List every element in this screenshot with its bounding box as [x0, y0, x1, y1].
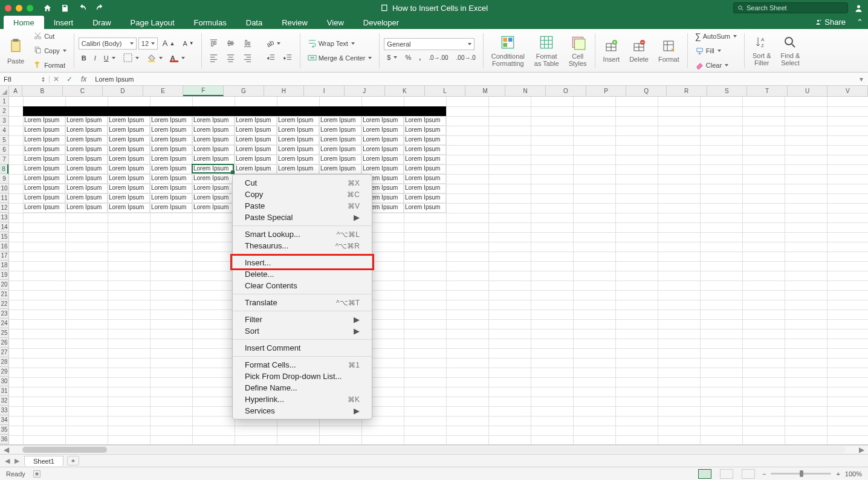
- zoom-level[interactable]: 100%: [845, 470, 862, 478]
- cell-C4[interactable]: Lorem Ipsum: [65, 126, 108, 135]
- ribbon-tab-draw[interactable]: Draw: [83, 16, 120, 29]
- add-sheet-button[interactable]: +: [67, 456, 79, 465]
- cell-F7[interactable]: Lorem Ipsum: [192, 155, 235, 164]
- minimize-icon[interactable]: [16, 5, 22, 11]
- menu-define-name[interactable]: Define Name...: [233, 382, 372, 394]
- cell-styles-button[interactable]: Cell Styles: [565, 33, 591, 69]
- cell-H6[interactable]: Lorem Ipsum: [277, 145, 319, 155]
- cell-G4[interactable]: Lorem Ipsum: [235, 126, 277, 135]
- share-button[interactable]: +Share: [808, 15, 852, 29]
- col-header-U[interactable]: U: [788, 86, 828, 96]
- cell-I5[interactable]: Lorem Ipsum: [319, 135, 361, 145]
- cell-B4[interactable]: Lorem Ipsum: [23, 126, 65, 135]
- fill-button[interactable]: Fill: [692, 45, 740, 57]
- cell-H7[interactable]: Lorem Ipsum: [277, 155, 319, 164]
- cell-B6[interactable]: Lorem Ipsum: [23, 145, 65, 155]
- insert-button[interactable]: Insert: [600, 37, 624, 65]
- cell-K5[interactable]: Lorem Ipsum: [404, 135, 446, 145]
- row-header-11[interactable]: 11: [0, 193, 8, 203]
- cell-F12[interactable]: Lorem Ipsum: [192, 203, 235, 213]
- row-header-12[interactable]: 12: [0, 203, 8, 213]
- col-header-K[interactable]: K: [385, 86, 426, 96]
- row-header-13[interactable]: 13: [0, 213, 8, 222]
- align-right-button[interactable]: [240, 51, 255, 64]
- row-header-21[interactable]: 21: [0, 290, 8, 299]
- cell-K4[interactable]: Lorem Ipsum: [404, 126, 446, 135]
- row-header-36[interactable]: 36: [0, 435, 8, 444]
- autosum-button[interactable]: ∑AutoSum: [692, 30, 740, 43]
- align-top-button[interactable]: [206, 37, 221, 50]
- grid[interactable]: ABCDEFGHIJKLMNOPQRSTUV 12345678910111213…: [0, 86, 868, 445]
- row-header-6[interactable]: 6: [0, 145, 8, 155]
- row-header-22[interactable]: 22: [0, 299, 8, 309]
- align-center-button[interactable]: [223, 51, 238, 64]
- col-header-E[interactable]: E: [143, 86, 184, 96]
- cell-E10[interactable]: Lorem Ipsum: [150, 184, 192, 193]
- cell-H3[interactable]: Lorem Ipsum: [277, 116, 319, 126]
- cell-F4[interactable]: Lorem Ipsum: [192, 126, 235, 135]
- menu-hyperlink[interactable]: Hyperlink...⌘K: [233, 394, 372, 405]
- cell-H5[interactable]: Lorem Ipsum: [277, 135, 319, 145]
- ribbon-tab-home[interactable]: Home: [4, 16, 44, 29]
- page-layout-view-button[interactable]: [720, 469, 733, 479]
- row-header-34[interactable]: 34: [0, 415, 8, 425]
- cut-button[interactable]: Cut: [30, 30, 70, 42]
- row-header-23[interactable]: 23: [0, 309, 8, 319]
- cell-B5[interactable]: Lorem Ipsum: [23, 135, 65, 145]
- expand-formula-icon[interactable]: ▾: [855, 75, 868, 83]
- ribbon-tab-page-layout[interactable]: Page Layout: [121, 16, 184, 29]
- indent-decrease-button[interactable]: [264, 51, 279, 64]
- paste-button[interactable]: Paste: [7, 57, 24, 65]
- col-header-Q[interactable]: Q: [626, 86, 667, 96]
- format-as-table-button[interactable]: Format as Table: [531, 33, 563, 69]
- row-header-31[interactable]: 31: [0, 386, 8, 396]
- comma-button[interactable]: ,: [416, 52, 424, 63]
- row-header-15[interactable]: 15: [0, 232, 8, 242]
- col-header-F[interactable]: F: [183, 86, 224, 96]
- cell-E4[interactable]: Lorem Ipsum: [150, 126, 192, 135]
- cell-D6[interactable]: Lorem Ipsum: [108, 145, 150, 155]
- cell-F3[interactable]: Lorem Ipsum: [192, 116, 235, 126]
- row-header-26[interactable]: 26: [0, 338, 8, 348]
- col-header-H[interactable]: H: [264, 86, 305, 96]
- cell-J4[interactable]: Lorem Ipsum: [361, 126, 404, 135]
- cell-F8[interactable]: Lorem Ipsum: [192, 164, 235, 174]
- col-header-G[interactable]: G: [224, 86, 264, 96]
- zoom-slider[interactable]: [771, 473, 831, 475]
- select-all-corner[interactable]: [0, 86, 9, 97]
- row-header-33[interactable]: 33: [0, 406, 8, 415]
- menu-format-cells[interactable]: Format Cells...⌘1: [233, 359, 372, 371]
- number-format-select[interactable]: General: [384, 38, 474, 50]
- cell-J3[interactable]: Lorem Ipsum: [361, 116, 404, 126]
- col-header-P[interactable]: P: [586, 86, 627, 96]
- cell-E12[interactable]: Lorem Ipsum: [150, 203, 192, 213]
- percent-button[interactable]: %: [402, 52, 414, 63]
- normal-view-button[interactable]: [698, 469, 711, 479]
- collapse-ribbon-icon[interactable]: ⌃: [852, 15, 868, 29]
- ribbon-tab-view[interactable]: View: [317, 16, 354, 29]
- col-header-L[interactable]: L: [425, 86, 465, 96]
- col-header-I[interactable]: I: [304, 86, 345, 96]
- col-header-R[interactable]: R: [667, 86, 707, 96]
- format-painter-button[interactable]: Format: [30, 59, 70, 71]
- cell-I6[interactable]: Lorem Ipsum: [319, 145, 361, 155]
- cell-C8[interactable]: Lorem Ipsum: [65, 164, 108, 174]
- col-header-V[interactable]: V: [828, 86, 868, 96]
- increase-font-button[interactable]: A▲: [160, 37, 178, 50]
- cell-F6[interactable]: Lorem Ipsum: [192, 145, 235, 155]
- cell-D3[interactable]: Lorem Ipsum: [108, 116, 150, 126]
- row-header-2[interactable]: 2: [0, 106, 8, 116]
- cell-F10[interactable]: Lorem Ipsum: [192, 184, 235, 193]
- cell-D12[interactable]: Lorem Ipsum: [108, 203, 150, 213]
- prev-sheet-icon[interactable]: ◀: [5, 457, 10, 465]
- home-icon[interactable]: [43, 4, 52, 13]
- save-icon[interactable]: [60, 4, 70, 13]
- col-header-B[interactable]: B: [22, 86, 63, 96]
- cell-C6[interactable]: Lorem Ipsum: [65, 145, 108, 155]
- row-header-18[interactable]: 18: [0, 261, 8, 270]
- underline-button[interactable]: U: [101, 53, 118, 63]
- name-box[interactable]: F8 ▲▼: [0, 76, 50, 83]
- row-header-5[interactable]: 5: [0, 135, 8, 145]
- cell-D7[interactable]: Lorem Ipsum: [108, 155, 150, 164]
- cell-C7[interactable]: Lorem Ipsum: [65, 155, 108, 164]
